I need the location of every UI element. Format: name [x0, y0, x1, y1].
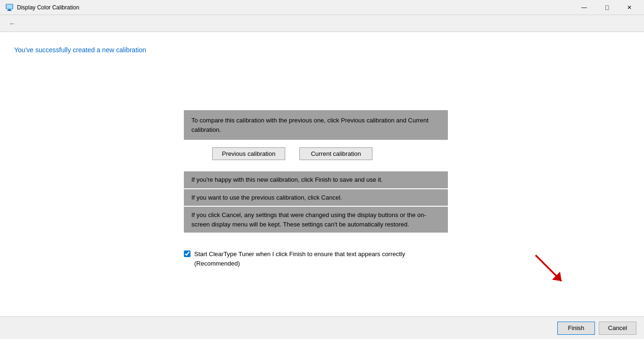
cleartype-label-text: Start ClearType Tuner when I click Finis…: [194, 250, 405, 267]
center-content: To compare this calibration with the pre…: [184, 110, 630, 268]
calibration-buttons-row: Previous calibration Current calibration: [184, 147, 448, 160]
cleartype-checkbox-area: Start ClearType Tuner when I click Finis…: [184, 250, 448, 268]
nav-bar: ←: [0, 15, 644, 32]
cleartype-checkbox[interactable]: [184, 250, 190, 257]
svg-rect-1: [8, 9, 11, 10]
finish-info-box: If you're happy with this new calibratio…: [184, 171, 448, 188]
content-area: You've successfully created a new calibr…: [0, 32, 644, 316]
success-message: You've successfully created a new calibr…: [14, 46, 630, 54]
cleartype-label[interactable]: Start ClearType Tuner when I click Finis…: [194, 250, 448, 268]
minimize-button[interactable]: —: [573, 0, 595, 15]
maximize-button[interactable]: ⎕: [596, 0, 618, 15]
finish-button[interactable]: Finish: [557, 322, 595, 335]
svg-rect-2: [7, 10, 12, 11]
cancel-info-box: If you want to use the previous calibrat…: [184, 189, 448, 206]
title-bar-left: Display Color Calibration: [6, 4, 79, 11]
svg-rect-3: [7, 5, 12, 8]
current-calibration-button[interactable]: Current calibration: [299, 147, 372, 160]
title-bar: Display Color Calibration — ⎕ ✕: [0, 0, 644, 15]
previous-calibration-button[interactable]: Previous calibration: [212, 147, 285, 160]
title-bar-controls: — ⎕ ✕: [573, 0, 640, 15]
red-arrow-indicator: [531, 250, 569, 288]
back-button[interactable]: ←: [6, 17, 19, 30]
cancel-button[interactable]: Cancel: [599, 322, 636, 335]
cancel-warning-box: If you click Cancel, any settings that w…: [184, 207, 448, 233]
close-button[interactable]: ✕: [619, 0, 640, 15]
window: Display Color Calibration — ⎕ ✕ ← You've…: [0, 0, 644, 339]
app-icon: [6, 4, 13, 11]
window-title: Display Color Calibration: [17, 4, 79, 11]
compare-info-box: To compare this calibration with the pre…: [184, 110, 448, 140]
bottom-bar: Finish Cancel: [0, 316, 644, 339]
